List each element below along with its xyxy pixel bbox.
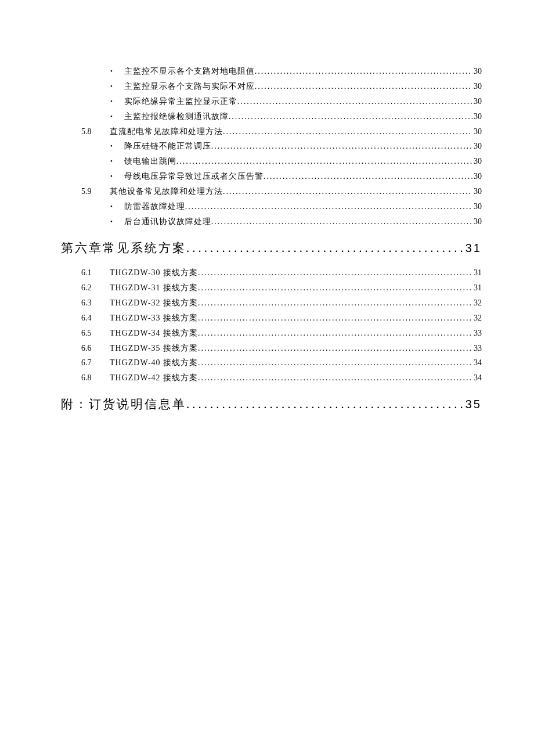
toc-title: 其他设备常见故障和处理方法: [110, 184, 223, 199]
toc-title: 防雷器故障处理: [124, 199, 185, 214]
toc-leader-dots: [176, 154, 472, 169]
bullet-icon: •: [110, 200, 113, 212]
toc-page-number: 31: [464, 235, 482, 261]
toc-page-number: 30: [472, 109, 482, 124]
bullet-icon: •: [110, 215, 113, 227]
toc-page-number: 30: [472, 169, 482, 184]
toc-section-number: 6.2: [81, 280, 102, 296]
toc-section-number: 6.8: [81, 370, 102, 386]
toc-section-number: 6.3: [81, 296, 102, 311]
bullet-icon: •: [110, 80, 113, 92]
toc-leader-dots: [198, 265, 472, 280]
toc-entry[interactable]: •主监控不显示各个支路对地电阻值30: [61, 64, 482, 79]
toc-page-number: 35: [464, 391, 482, 417]
toc-entry[interactable]: 6.7THGZDW-40 接线方案34: [61, 355, 482, 370]
toc-leader-dots: [223, 184, 472, 199]
toc-page-number: 30: [472, 214, 482, 229]
toc-leader-dots: [255, 64, 472, 79]
toc-leader-dots: [223, 124, 472, 139]
toc-title: THGZDW-32 接线方案: [110, 296, 198, 311]
toc-page-number: 34: [472, 370, 482, 386]
toc-title: THGZDW-30 接线方案: [110, 265, 198, 280]
toc-leader-dots: [229, 109, 472, 124]
bullet-icon: •: [110, 65, 113, 77]
toc-leader-dots: [186, 390, 464, 418]
bullet-icon: •: [110, 155, 113, 167]
toc-page-number: 30: [472, 199, 482, 214]
toc-entry[interactable]: •馈电输出跳闸30: [61, 154, 482, 169]
toc-leader-dots: [237, 94, 472, 109]
toc-entry[interactable]: 第六章常见系统方案31: [61, 234, 482, 262]
toc-entry[interactable]: •后台通讯协议故障处理30: [61, 214, 482, 229]
toc-leader-dots: [198, 370, 472, 386]
toc-title: 母线电压异常导致过压或者欠压告警: [124, 169, 264, 184]
toc-section-number: 6.5: [81, 326, 102, 341]
toc-section-number: 5.9: [81, 184, 102, 199]
toc-page-number: 31: [472, 265, 482, 280]
toc-leader-dots: [198, 280, 472, 296]
toc-leader-dots: [198, 296, 472, 311]
toc-entry[interactable]: 6.2THGZDW-31 接线方案31: [61, 280, 482, 296]
toc-leader-dots: [198, 326, 472, 341]
toc-title: 第六章常见系统方案: [61, 234, 186, 262]
toc-page-number: 30: [472, 154, 482, 169]
toc-entry[interactable]: •主监控显示各个支路与实际不对应30: [61, 79, 482, 94]
toc-section-number: 6.7: [81, 355, 102, 370]
toc-page-number: 30: [472, 79, 482, 94]
toc-entry[interactable]: 6.6THGZDW-35 接线方案33: [61, 341, 482, 356]
toc-title: 主监控报绝缘检测通讯故障: [124, 109, 229, 124]
toc-leader-dots: [264, 169, 472, 184]
toc-title: 主监控显示各个支路与实际不对应: [124, 79, 255, 94]
toc-entry[interactable]: 6.1THGZDW-30 接线方案31: [61, 265, 482, 280]
toc-page-number: 30: [472, 184, 482, 199]
toc-entry[interactable]: 6.4THGZDW-33 接线方案32: [61, 311, 482, 326]
toc-page-number: 30: [472, 124, 482, 139]
toc-entry[interactable]: •降压硅链不能正常调压30: [61, 139, 482, 154]
bullet-icon: •: [110, 95, 113, 107]
toc-section-number: 6.1: [81, 265, 102, 280]
toc-page-number: 33: [472, 326, 482, 341]
toc-section-number: 6.6: [81, 341, 102, 356]
toc-entry[interactable]: 附：订货说明信息单35: [61, 390, 482, 418]
toc-title: 直流配电常见故障和处理方法: [110, 124, 223, 139]
toc-leader-dots: [198, 355, 472, 370]
toc-entry[interactable]: •实际绝缘异常主监控显示正常30: [61, 94, 482, 109]
toc-title: THGZDW-33 接线方案: [110, 311, 198, 326]
toc-entry[interactable]: •主监控报绝缘检测通讯故障30: [61, 109, 482, 124]
bullet-icon: •: [110, 110, 113, 122]
toc-leader-dots: [198, 311, 472, 326]
toc-page-number: 32: [472, 296, 482, 311]
toc-entry[interactable]: 5.8直流配电常见故障和处理方法30: [61, 124, 482, 139]
toc-entry[interactable]: •防雷器故障处理30: [61, 199, 482, 214]
toc-page-number: 30: [472, 94, 482, 109]
table-of-contents: •主监控不显示各个支路对地电阻值30•主监控显示各个支路与实际不对应30•实际绝…: [61, 64, 482, 419]
toc-page-number: 33: [472, 341, 482, 356]
toc-entry[interactable]: 6.8THGZDW-42 接线方案34: [61, 370, 482, 386]
toc-title: 后台通讯协议故障处理: [124, 214, 211, 229]
toc-title: THGZDW-31 接线方案: [110, 280, 198, 296]
toc-title: THGZDW-35 接线方案: [110, 341, 198, 356]
toc-entry[interactable]: 5.9其他设备常见故障和处理方法30: [61, 184, 482, 199]
toc-page-number: 31: [472, 280, 482, 296]
toc-entry[interactable]: 6.3THGZDW-32 接线方案32: [61, 296, 482, 311]
toc-title: THGZDW-42 接线方案: [110, 370, 198, 386]
toc-leader-dots: [211, 214, 472, 229]
toc-page-number: 30: [472, 64, 482, 79]
toc-section-number: 6.4: [81, 311, 102, 326]
toc-page-number: 34: [472, 355, 482, 370]
toc-title: 主监控不显示各个支路对地电阻值: [124, 64, 255, 79]
toc-title: 附：订货说明信息单: [61, 390, 186, 418]
toc-title: 降压硅链不能正常调压: [124, 139, 211, 154]
toc-title: 馈电输出跳闸: [124, 154, 176, 169]
toc-entry[interactable]: •母线电压异常导致过压或者欠压告警30: [61, 169, 482, 184]
toc-leader-dots: [185, 199, 472, 214]
toc-leader-dots: [186, 234, 464, 262]
toc-title: THGZDW-34 接线方案: [110, 326, 198, 341]
toc-leader-dots: [198, 341, 472, 356]
toc-title: THGZDW-40 接线方案: [110, 355, 198, 370]
toc-page-number: 30: [472, 139, 482, 154]
toc-leader-dots: [211, 139, 472, 154]
bullet-icon: •: [110, 140, 113, 152]
toc-entry[interactable]: 6.5THGZDW-34 接线方案33: [61, 326, 482, 341]
toc-leader-dots: [255, 79, 472, 94]
